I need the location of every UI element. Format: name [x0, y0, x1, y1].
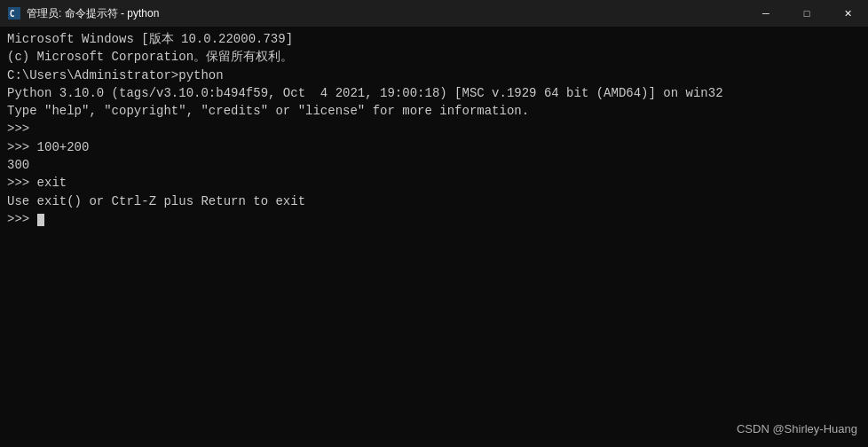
console-line: Type "help", "copyright", "credits" or "… — [7, 102, 861, 120]
window-controls: ─ □ ✕ — [746, 0, 868, 27]
title-bar-left: C 管理员: 命令提示符 - python — [7, 6, 159, 21]
close-button[interactable]: ✕ — [827, 0, 868, 27]
cmd-icon: C — [7, 6, 21, 20]
terminal-window: C 管理员: 命令提示符 - python ─ □ ✕ Microsoft Wi… — [0, 0, 868, 447]
console-line: Python 3.10.0 (tags/v3.10.0:b494f59, Oct… — [7, 84, 861, 102]
console-line: C:\Users\Administrator>python — [7, 67, 861, 84]
watermark: CSDN @Shirley-Huang — [737, 421, 857, 438]
console-line: >>> — [7, 120, 861, 137]
restore-button[interactable]: □ — [786, 0, 827, 27]
console-line-cursor: >>> — [7, 210, 861, 228]
console-output[interactable]: Microsoft Windows [版本 10.0.22000.739] (c… — [0, 27, 868, 447]
window-title: 管理员: 命令提示符 - python — [27, 6, 159, 21]
console-line: >>> exit — [7, 174, 861, 192]
minimize-button[interactable]: ─ — [746, 0, 786, 27]
console-line: Microsoft Windows [版本 10.0.22000.739] — [7, 30, 861, 48]
console-line: (c) Microsoft Corporation。保留所有权利。 — [7, 48, 861, 66]
cursor-blink — [37, 214, 44, 226]
console-line: >>> 100+200 — [7, 138, 861, 156]
title-bar: C 管理员: 命令提示符 - python ─ □ ✕ — [0, 0, 868, 27]
svg-text:C: C — [10, 9, 15, 19]
console-line: Use exit() or Ctrl-Z plus Return to exit — [7, 192, 861, 210]
console-line: 300 — [7, 156, 861, 174]
